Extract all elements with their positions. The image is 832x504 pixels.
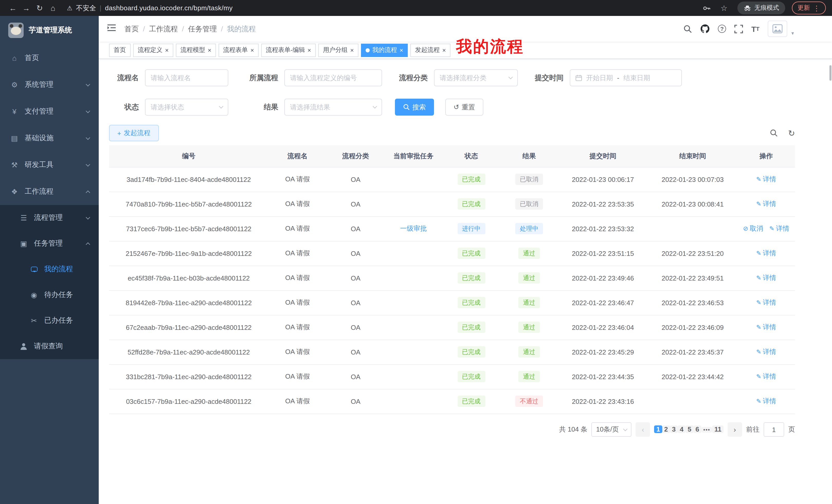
next-page-button[interactable]: ›: [728, 422, 742, 437]
address-bar[interactable]: ⚠ 不安全 | dashboard.yudao.iocoder.cn/bpm/t…: [67, 3, 702, 12]
current-task-link[interactable]: 一级审批: [400, 225, 427, 232]
avatar[interactable]: [768, 21, 787, 37]
fullscreen-icon[interactable]: [734, 24, 743, 33]
detail-action[interactable]: ✎详情: [756, 249, 776, 258]
page-button-5[interactable]: 5: [686, 425, 694, 433]
process-name-input[interactable]: [145, 69, 228, 86]
app-logo[interactable]: 芋道管理系统: [0, 16, 99, 45]
help-icon[interactable]: ?: [718, 25, 726, 33]
cancel-action[interactable]: ⊘取消: [743, 224, 763, 233]
edit-icon: ✎: [756, 250, 761, 257]
breadcrumb-item-2[interactable]: 任务管理: [188, 24, 217, 33]
detail-action[interactable]: ✎详情: [756, 347, 776, 357]
search-button[interactable]: 搜索: [395, 99, 434, 116]
sidebar-item-1[interactable]: ⚙系统管理: [0, 72, 99, 98]
cell-name: OA 请假: [268, 315, 327, 340]
sidebar-item-8[interactable]: 我的流程: [0, 256, 99, 282]
page-button-3[interactable]: 3: [670, 425, 678, 433]
tab-close-icon[interactable]: ×: [350, 47, 354, 53]
sidebar-item-6[interactable]: ☰流程管理: [0, 205, 99, 231]
cell-actions: ✎详情: [737, 241, 795, 265]
tab-close-icon[interactable]: ×: [308, 47, 311, 53]
edit-icon: ✎: [756, 200, 761, 207]
tab-close-icon[interactable]: ×: [442, 47, 446, 53]
page-button-1[interactable]: 1: [654, 425, 662, 433]
page-button-11[interactable]: 11: [712, 425, 724, 433]
cell-category: OA: [327, 290, 385, 315]
browser-home-icon[interactable]: ⌂: [46, 4, 60, 12]
tab-close-icon[interactable]: ×: [251, 47, 254, 53]
tab-3[interactable]: 流程表单×: [218, 44, 259, 57]
password-key-icon[interactable]: [702, 4, 711, 12]
prev-page-button[interactable]: ‹: [636, 422, 650, 437]
sidebar-item-0[interactable]: ⌂首页: [0, 45, 99, 72]
result-badge: 通过: [518, 371, 540, 382]
sidebar-item-11[interactable]: 请假查询: [0, 333, 99, 359]
detail-action[interactable]: ✎详情: [756, 175, 776, 184]
create-process-button[interactable]: + 发起流程: [109, 125, 159, 141]
breadcrumb-item-1[interactable]: 工作流程: [149, 24, 178, 33]
tab-4[interactable]: 流程表单-编辑×: [261, 44, 316, 57]
sidebar-item-10[interactable]: ✂已办任务: [0, 308, 99, 333]
page-button-6[interactable]: 6: [694, 425, 701, 433]
tab-1[interactable]: 流程定义×: [133, 44, 173, 57]
category-select[interactable]: 请选择流程分类: [434, 69, 518, 86]
detail-action[interactable]: ✎详情: [756, 273, 776, 283]
sidebar-item-2[interactable]: ¥支付管理: [0, 98, 99, 125]
tab-0[interactable]: 首页: [109, 44, 131, 57]
detail-action[interactable]: ✎详情: [756, 298, 776, 307]
breadcrumb-item-0[interactable]: 首页: [125, 24, 139, 33]
date-range-input[interactable]: 开始日期 - 结束日期: [570, 69, 682, 86]
update-button[interactable]: 更新 ⋮: [792, 2, 826, 15]
page-button-2[interactable]: 2: [662, 425, 670, 433]
column-header-6: 提交时间: [558, 145, 648, 167]
status-select[interactable]: 请选择状态: [145, 99, 228, 116]
sidebar-item-4[interactable]: ⚒研发工具: [0, 151, 99, 178]
browser-reload-icon[interactable]: ↻: [33, 3, 46, 12]
process-definition-input[interactable]: [284, 69, 382, 86]
page-size-select[interactable]: 10条/页: [592, 422, 632, 437]
sidebar-item-5[interactable]: ❖工作流程: [0, 178, 99, 205]
user-icon: [20, 343, 28, 349]
page-button-4[interactable]: 4: [678, 425, 685, 433]
avatar-caret-icon[interactable]: ▾: [791, 30, 794, 36]
main-area: 首页/工作流程/任务管理/我的流程 ? TT: [99, 16, 832, 504]
sidebar-item-3[interactable]: ▤基础设施: [0, 125, 99, 151]
tab-5[interactable]: 用户分组×: [318, 44, 358, 57]
cell-submit-time: 2022-01-22 23:53:32: [558, 216, 648, 241]
cell-submit-time: 2022-01-22 23:43:16: [558, 389, 648, 414]
sidebar-item-7[interactable]: ▣任务管理: [0, 231, 99, 256]
detail-action[interactable]: ✎详情: [756, 199, 776, 208]
detail-action[interactable]: ✎详情: [756, 323, 776, 332]
font-size-icon[interactable]: TT: [751, 24, 759, 33]
tab-close-icon[interactable]: ×: [399, 47, 403, 53]
goto-page-input[interactable]: [763, 422, 784, 437]
tab-6[interactable]: 我的流程×: [361, 44, 408, 57]
bookmark-star-icon[interactable]: ☆: [717, 3, 731, 12]
tab-7[interactable]: 发起流程×: [410, 44, 450, 57]
tab-2[interactable]: 流程模型×: [176, 44, 216, 57]
reset-button[interactable]: ↺ 重置: [445, 99, 483, 116]
search-icon[interactable]: [683, 24, 692, 33]
cell-actions: ✎详情: [737, 364, 795, 389]
browser-forward-icon[interactable]: →: [20, 4, 33, 12]
toggle-search-icon[interactable]: [770, 129, 778, 137]
browser-back-icon[interactable]: ←: [6, 4, 20, 12]
scrollbar-thumb[interactable]: [829, 65, 831, 81]
chevron-down-icon: [86, 135, 90, 140]
tab-close-icon[interactable]: ×: [208, 47, 211, 53]
detail-action[interactable]: ✎详情: [769, 224, 789, 233]
hamburger-icon[interactable]: [107, 24, 116, 34]
refresh-icon[interactable]: ↻: [788, 128, 795, 138]
result-select[interactable]: 请选择流结果: [284, 99, 382, 116]
github-icon[interactable]: [700, 24, 710, 33]
cell-category: OA: [327, 241, 385, 265]
result-badge: 已取消: [515, 174, 543, 185]
browser-menu-icon[interactable]: ⋮: [813, 4, 820, 12]
detail-action[interactable]: ✎详情: [756, 397, 776, 406]
detail-action[interactable]: ✎详情: [756, 372, 776, 381]
column-header-2: 流程分类: [327, 145, 385, 167]
pagination-ellipsis[interactable]: •••: [701, 427, 712, 432]
tab-close-icon[interactable]: ×: [165, 47, 169, 53]
sidebar-item-9[interactable]: ◉待办任务: [0, 282, 99, 308]
